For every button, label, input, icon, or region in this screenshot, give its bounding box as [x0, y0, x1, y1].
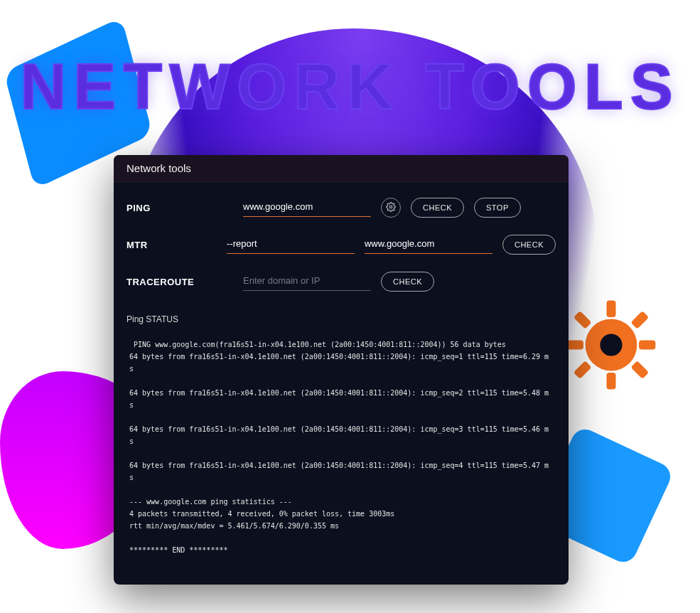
mtr-row: MTR CHECK: [126, 235, 556, 255]
svg-rect-4: [639, 341, 655, 350]
svg-rect-2: [607, 373, 616, 389]
traceroute-host-input[interactable]: [243, 272, 371, 291]
traceroute-label: TRACEROUTE: [126, 277, 233, 287]
ping-settings-button[interactable]: [381, 198, 401, 218]
ping-label: PING: [126, 203, 233, 213]
svg-rect-6: [630, 311, 649, 329]
svg-rect-5: [574, 311, 592, 329]
gear-icon: [565, 299, 657, 391]
ping-status-label: Ping STATUS: [114, 314, 569, 329]
svg-point-9: [600, 334, 622, 356]
ping-check-button[interactable]: CHECK: [411, 198, 464, 218]
panel-title: Network tools: [114, 155, 569, 182]
mtr-label: MTR: [126, 240, 217, 250]
svg-rect-8: [630, 361, 649, 379]
terminal-output: PING www.google.com(fra16s51-in-x04.1e10…: [122, 331, 560, 563]
mtr-host-input[interactable]: [365, 235, 492, 254]
ping-stop-button[interactable]: STOP: [474, 198, 521, 218]
network-tools-panel: Network tools PING CHECK STOP MTR CHECK …: [114, 155, 569, 585]
traceroute-check-button[interactable]: CHECK: [381, 272, 434, 292]
ping-host-input[interactable]: [243, 198, 371, 217]
gear-icon: [386, 202, 396, 214]
mtr-flags-input[interactable]: [227, 235, 355, 254]
ping-row: PING CHECK STOP: [126, 198, 556, 218]
traceroute-row: TRACEROUTE CHECK: [126, 272, 556, 292]
svg-rect-1: [607, 301, 616, 317]
mtr-check-button[interactable]: CHECK: [502, 235, 556, 255]
svg-point-10: [389, 206, 392, 208]
svg-rect-7: [574, 361, 592, 379]
svg-rect-3: [567, 341, 583, 350]
